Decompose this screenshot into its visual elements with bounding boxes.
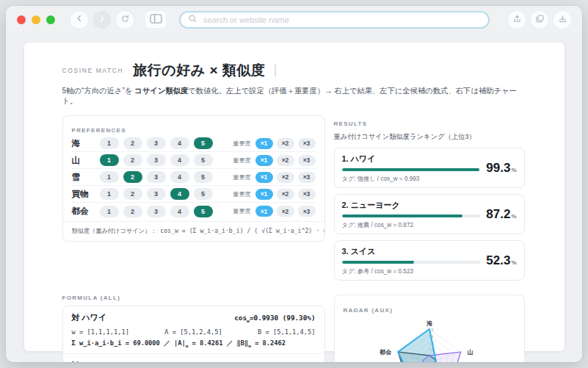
content-sheet: COSINE MATCH 旅行の好み × 類似度 5軸の“方向の近さ”を コサイ… — [24, 43, 565, 351]
rating-pill[interactable]: 5 — [194, 171, 213, 183]
share-button[interactable] — [508, 11, 526, 29]
sidebar-toggle-button[interactable] — [145, 11, 166, 28]
svg-text:5: 5 — [431, 328, 433, 332]
rating-pill[interactable]: 1 — [100, 206, 119, 217]
page-header: COSINE MATCH 旅行の好み × 類似度 — [62, 61, 525, 80]
address-bar[interactable] — [179, 11, 490, 29]
back-button[interactable] — [70, 11, 88, 29]
result-card: 2. ニューヨーク タグ: 推薦 / cos_w = 0.872 87.2% — [334, 194, 525, 234]
weight-pill[interactable]: ×1 — [255, 138, 273, 149]
rating-pill[interactable]: 4 — [170, 154, 189, 166]
rating-pills: 12345 — [100, 206, 213, 217]
weight-pill[interactable]: ×1 — [255, 172, 273, 183]
svg-text:都会: 都会 — [379, 349, 392, 356]
weight-pill[interactable]: ×1 — [255, 189, 273, 200]
formula-cos-value: cosw=0.9930 (99.30%) — [234, 314, 315, 324]
pref-axis-label: 山 — [72, 155, 100, 166]
weight-pill[interactable]: ×1 — [255, 206, 273, 217]
pref-axis-label: 雪 — [72, 172, 100, 183]
rating-pill[interactable]: 5 — [194, 206, 213, 217]
rating-pill[interactable]: 4 — [170, 206, 189, 217]
page-subtitle: 5軸の“方向の近さ”を コサイン類似度で数値化。左上で設定（評価＋重要度）→ 右… — [62, 86, 525, 107]
result-bar-fill — [342, 214, 463, 217]
zoom-window-button[interactable] — [46, 15, 55, 24]
weight-pill[interactable]: ×3 — [298, 206, 316, 217]
weight-pill[interactable]: ×3 — [298, 155, 316, 166]
similarity-note: 類似度（重み付けコサイン）： cos_w = (Σ w_i·a_i·b_i) /… — [63, 221, 324, 241]
rating-pill[interactable]: 5 — [194, 137, 213, 149]
rating-pill[interactable]: 2 — [123, 154, 142, 166]
pref-axis-label: 都会 — [72, 206, 100, 217]
formula-vector-a: A = [5,1,2,4,5] — [164, 328, 222, 336]
svg-text:海: 海 — [426, 320, 432, 327]
weight-pill[interactable]: ×3 — [298, 172, 316, 183]
minimize-window-button[interactable] — [32, 15, 40, 24]
address-input[interactable] — [202, 15, 481, 25]
rating-pill[interactable]: 5 — [194, 154, 213, 166]
sidebar-icon — [150, 13, 162, 26]
rating-pill[interactable]: 4 — [170, 137, 189, 149]
importance-label: 重要度 — [233, 140, 251, 148]
weight-pill[interactable]: ×2 — [277, 155, 294, 166]
result-tag: タグ: 強推し / cos_w = 0.993 — [342, 175, 481, 183]
pref-row: 買物 12345 重要度 ×1×2×3 — [72, 186, 316, 203]
weight-pill[interactable]: ×3 — [298, 138, 316, 149]
window-controls — [17, 15, 55, 24]
page-title: 旅行の好み × 類似度 — [133, 61, 265, 80]
tabs-overview-button[interactable] — [531, 11, 548, 29]
weight-pills: ×1×2×3 — [255, 206, 316, 217]
rating-pills: 12345 — [100, 171, 213, 183]
rating-pill[interactable]: 4 — [170, 188, 189, 200]
formula-vector-w: w = [1,1,1,1,1] — [72, 328, 129, 336]
weight-pill[interactable]: ×1 — [255, 155, 273, 166]
reload-icon — [120, 13, 130, 26]
rating-pill[interactable]: 2 — [123, 188, 142, 200]
rating-pill[interactable]: 3 — [147, 206, 166, 217]
rating-pill[interactable]: 3 — [147, 137, 166, 149]
importance-label: 重要度 — [233, 156, 251, 165]
rating-pill[interactable]: 1 — [100, 137, 119, 149]
download-icon — [558, 13, 567, 26]
search-icon — [188, 13, 197, 26]
result-bar-track — [342, 261, 481, 264]
rating-pill[interactable]: 2 — [123, 137, 142, 149]
rating-pill[interactable]: 1 — [100, 188, 119, 200]
close-window-button[interactable] — [17, 15, 26, 24]
percent-value: 99.3 — [486, 161, 510, 175]
results-label: RESULTS — [334, 120, 368, 127]
weight-pills: ×1×2×3 — [255, 138, 316, 149]
weight-pill[interactable]: ×2 — [277, 138, 294, 149]
result-bar-track — [342, 214, 481, 217]
title-divider — [275, 65, 276, 76]
rating-pill[interactable]: 1 — [100, 171, 119, 183]
reload-button[interactable] — [116, 11, 134, 29]
pref-row: 海 12345 重要度 ×1×2×3 — [72, 135, 316, 152]
result-bar-track — [342, 168, 481, 171]
browser-window: COSINE MATCH 旅行の好み × 類似度 5軸の“方向の近さ”を コサイ… — [6, 6, 582, 362]
rating-pill[interactable]: 3 — [147, 154, 166, 166]
rating-pills: 12345 — [100, 188, 213, 200]
forward-button[interactable] — [93, 11, 111, 29]
pref-axis-label: 海 — [72, 138, 100, 149]
rating-pill[interactable]: 3 — [147, 188, 166, 200]
downloads-button[interactable] — [553, 11, 571, 29]
rating-pill[interactable]: 1 — [100, 154, 119, 166]
results-section: RESULTS 重み付けコサイン類似度ランキング（上位3） 1. ハワイ タグ:… — [334, 115, 525, 286]
formula-block: 対 ニューヨーク cosw=0.8722 (87.22%) w = [1,1,1… — [63, 354, 324, 362]
rating-pill[interactable]: 2 — [123, 206, 142, 217]
importance-label: 重要度 — [233, 207, 251, 215]
weight-pill[interactable]: ×2 — [277, 189, 294, 200]
rating-pill[interactable]: 2 — [123, 171, 142, 183]
rating-pill[interactable]: 3 — [147, 171, 166, 183]
weight-pill[interactable]: ×2 — [277, 172, 294, 183]
result-bar-fill — [342, 168, 479, 171]
formula-cos-value: cosw=0.8722 (87.22%) — [234, 361, 315, 362]
browser-toolbar — [6, 6, 582, 33]
weight-pill[interactable]: ×2 — [277, 206, 294, 217]
rating-pill[interactable]: 5 — [194, 188, 213, 200]
rating-pill[interactable]: 4 — [170, 171, 189, 183]
result-percent: 52.3% — [486, 253, 516, 268]
rating-pills: 12345 — [100, 154, 213, 166]
weight-pill[interactable]: ×3 — [298, 189, 316, 200]
radar-card: RADAR (AUX) 12345海山雪買物都会 あなたハワイニューヨークスイス — [334, 295, 525, 362]
